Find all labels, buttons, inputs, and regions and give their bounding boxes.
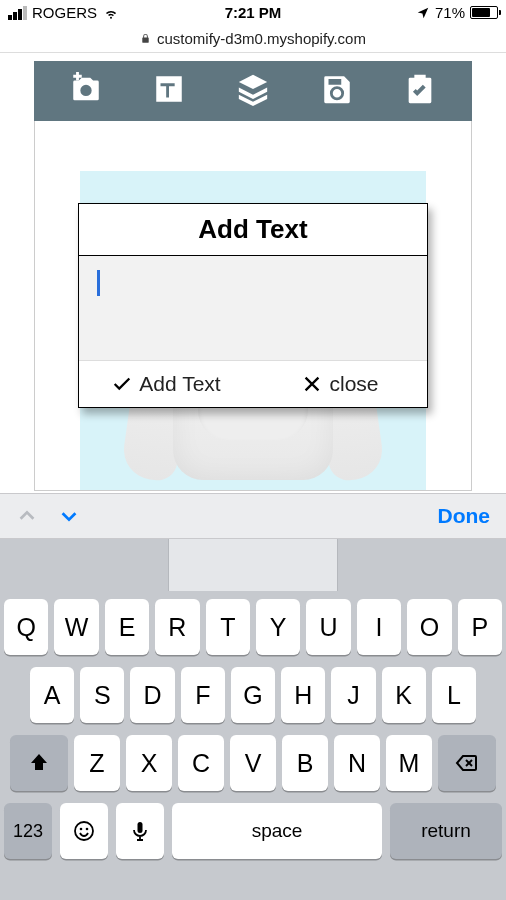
svg-point-2 bbox=[86, 828, 89, 831]
mic-icon bbox=[128, 819, 152, 843]
key-c[interactable]: C bbox=[178, 735, 224, 791]
next-field-button[interactable] bbox=[58, 505, 80, 527]
numbers-key[interactable]: 123 bbox=[4, 803, 52, 859]
key-m[interactable]: M bbox=[386, 735, 432, 791]
backspace-icon bbox=[455, 751, 479, 775]
dictation-key[interactable] bbox=[116, 803, 164, 859]
key-n[interactable]: N bbox=[334, 735, 380, 791]
key-row-1: QWERTYUIOP bbox=[4, 599, 502, 655]
editor-toolbar bbox=[34, 61, 472, 121]
key-r[interactable]: R bbox=[155, 599, 199, 655]
prev-field-button[interactable] bbox=[16, 505, 38, 527]
keyboard-toolbar: Done bbox=[0, 493, 506, 539]
key-u[interactable]: U bbox=[306, 599, 350, 655]
layers-icon bbox=[236, 72, 270, 106]
layers-button[interactable] bbox=[236, 72, 270, 110]
key-j[interactable]: J bbox=[331, 667, 375, 723]
svg-point-0 bbox=[75, 822, 93, 840]
close-icon bbox=[301, 373, 323, 395]
add-text-button[interactable] bbox=[152, 72, 186, 110]
key-d[interactable]: D bbox=[130, 667, 174, 723]
key-y[interactable]: Y bbox=[256, 599, 300, 655]
svg-rect-3 bbox=[138, 822, 143, 833]
key-z[interactable]: Z bbox=[74, 735, 120, 791]
svg-point-1 bbox=[80, 828, 83, 831]
wifi-icon bbox=[102, 6, 120, 20]
battery-pct: 71% bbox=[435, 4, 465, 21]
address-host: customify-d3m0.myshopify.com bbox=[157, 30, 366, 47]
key-row-3: ZXCVBNM bbox=[4, 735, 502, 791]
key-a[interactable]: A bbox=[30, 667, 74, 723]
key-o[interactable]: O bbox=[407, 599, 451, 655]
text-cursor bbox=[97, 270, 100, 296]
add-text-label: Add Text bbox=[139, 372, 220, 396]
key-v[interactable]: V bbox=[230, 735, 276, 791]
modal-title: Add Text bbox=[79, 204, 427, 256]
checkout-button[interactable] bbox=[403, 72, 437, 110]
key-l[interactable]: L bbox=[432, 667, 476, 723]
key-t[interactable]: T bbox=[206, 599, 250, 655]
text-icon bbox=[152, 72, 186, 106]
emoji-key[interactable] bbox=[60, 803, 108, 859]
status-bar: ROGERS 7:21 PM 71% bbox=[0, 0, 506, 25]
save-button[interactable] bbox=[320, 72, 354, 110]
key-q[interactable]: Q bbox=[4, 599, 48, 655]
checklist-icon bbox=[403, 72, 437, 106]
add-image-button[interactable] bbox=[69, 72, 103, 110]
add-image-icon bbox=[69, 72, 103, 106]
suggestion-1[interactable] bbox=[0, 539, 169, 591]
keyboard: QWERTYUIOP ASDFGHJKL ZXCVBNM 123 space r… bbox=[0, 591, 506, 900]
keyboard-done-button[interactable]: Done bbox=[438, 504, 491, 528]
key-p[interactable]: P bbox=[458, 599, 502, 655]
text-input[interactable] bbox=[79, 256, 427, 361]
key-h[interactable]: H bbox=[281, 667, 325, 723]
return-key[interactable]: return bbox=[390, 803, 502, 859]
emoji-icon bbox=[72, 819, 96, 843]
address-bar[interactable]: customify-d3m0.myshopify.com bbox=[0, 25, 506, 53]
shift-key[interactable] bbox=[10, 735, 68, 791]
key-e[interactable]: E bbox=[105, 599, 149, 655]
suggestion-bar bbox=[0, 539, 506, 591]
page-content: Add Text Add Text close bbox=[0, 53, 506, 493]
key-i[interactable]: I bbox=[357, 599, 401, 655]
signal-icon bbox=[8, 6, 27, 20]
key-g[interactable]: G bbox=[231, 667, 275, 723]
key-row-4: 123 space return bbox=[4, 803, 502, 859]
key-f[interactable]: F bbox=[181, 667, 225, 723]
key-k[interactable]: K bbox=[382, 667, 426, 723]
backspace-key[interactable] bbox=[438, 735, 496, 791]
space-key[interactable]: space bbox=[172, 803, 382, 859]
suggestion-3[interactable] bbox=[338, 539, 506, 591]
confirm-add-text-button[interactable]: Add Text bbox=[79, 372, 253, 396]
check-icon bbox=[111, 373, 133, 395]
key-row-2: ASDFGHJKL bbox=[4, 667, 502, 723]
key-w[interactable]: W bbox=[54, 599, 98, 655]
close-label: close bbox=[329, 372, 378, 396]
shift-icon bbox=[27, 751, 51, 775]
battery-icon bbox=[470, 6, 498, 19]
carrier-label: ROGERS bbox=[32, 4, 97, 21]
lock-icon bbox=[140, 32, 151, 45]
location-icon bbox=[416, 6, 430, 20]
add-text-modal: Add Text Add Text close bbox=[78, 203, 428, 408]
key-b[interactable]: B bbox=[282, 735, 328, 791]
suggestion-2[interactable] bbox=[169, 539, 338, 591]
save-icon bbox=[320, 72, 354, 106]
key-x[interactable]: X bbox=[126, 735, 172, 791]
key-s[interactable]: S bbox=[80, 667, 124, 723]
close-modal-button[interactable]: close bbox=[253, 372, 427, 396]
